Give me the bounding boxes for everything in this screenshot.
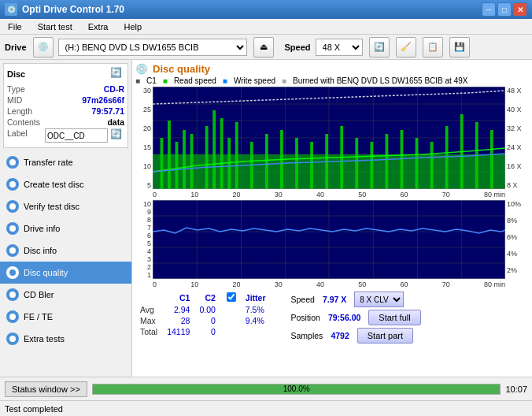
verify-test-disc-label: Verify test disc — [24, 202, 79, 211]
svg-rect-30 — [227, 138, 231, 189]
test-completed-text: Test completed — [5, 404, 63, 414]
sidebar-item-disc-info[interactable]: Disc info — [0, 240, 131, 262]
stats-table: C1 C2 Jitter Avg 2.94 0.00 7.5% Max 28 0 — [135, 292, 271, 337]
drive-select[interactable]: (H:) BENQ DVD LS DW1655 BCIB — [58, 39, 247, 56]
disc-quality-title: Disc quality — [153, 63, 210, 75]
drive-icon-button[interactable]: 💿 — [33, 37, 54, 58]
sidebar-item-fe-te[interactable]: FE / TE — [0, 306, 131, 328]
svg-rect-44 — [430, 142, 434, 189]
title-bar: 💿 Opti Drive Control 1.70 ─ □ ✕ — [0, 0, 532, 19]
extra-tests-label: Extra tests — [24, 334, 65, 344]
menu-extra[interactable]: Extra — [83, 21, 113, 32]
bottom-chart — [153, 200, 505, 279]
start-part-button[interactable]: Start part — [357, 328, 413, 344]
fe-te-label: FE / TE — [24, 312, 53, 321]
sidebar-item-extra-tests[interactable]: Extra tests — [0, 328, 131, 350]
label-refresh-icon[interactable]: 🔄 — [110, 128, 124, 143]
max-jitter: 9.4% — [241, 315, 271, 326]
avg-c1: 2.94 — [162, 304, 194, 315]
svg-rect-41 — [385, 134, 388, 189]
svg-rect-39 — [355, 138, 358, 189]
menu-file[interactable]: File — [3, 21, 27, 32]
c1-legend-label: C1 — [146, 76, 157, 85]
disc-info-icon — [6, 244, 19, 257]
verify-test-disc-icon — [6, 200, 19, 213]
close-button[interactable]: ✕ — [513, 2, 527, 17]
sidebar-item-cd-bler[interactable]: CD Bler — [0, 284, 131, 306]
write-speed-legend: Write speed — [234, 76, 275, 85]
svg-point-2 — [9, 203, 16, 210]
progress-text: 100.0% — [93, 384, 501, 394]
svg-point-0 — [9, 159, 16, 165]
avg-c2: 0.00 — [194, 304, 220, 315]
contents-label: Contents — [7, 117, 40, 127]
length-value: 79:57.71 — [92, 106, 124, 116]
sidebar: Disc 🔄 Type CD-R MID 97m26s66f Length 79… — [0, 60, 132, 377]
app-icon: 💿 — [5, 3, 17, 16]
samples-stat-label: Samples — [291, 331, 323, 340]
status-window-button[interactable]: Status window >> — [5, 381, 87, 397]
svg-rect-33 — [265, 134, 268, 189]
transfer-rate-label: Transfer rate — [24, 158, 73, 167]
svg-point-3 — [9, 225, 16, 232]
status-bar: Status window >> 100.0% 10:07 — [0, 377, 532, 400]
sidebar-item-verify-test-disc[interactable]: Verify test disc — [0, 195, 131, 217]
create-test-disc-label: Create test disc — [24, 180, 83, 189]
start-full-button[interactable]: Start full — [368, 310, 420, 325]
eject-button[interactable]: ⏏ — [253, 37, 274, 58]
menu-start-test[interactable]: Start test — [33, 21, 77, 32]
svg-rect-35 — [295, 138, 298, 189]
chart-legend: ■ C1 ■ Read speed ■ Write speed ■ Burned… — [135, 76, 529, 85]
disc-quality-icon — [6, 266, 19, 279]
svg-rect-24 — [175, 142, 179, 189]
total-label: Total — [135, 326, 162, 337]
position-stat-value: 79:56.00 — [328, 313, 360, 322]
disc-info-label: Disc info — [24, 246, 57, 255]
save-button[interactable]: 💾 — [449, 37, 470, 58]
sidebar-item-disc-quality[interactable]: Disc quality — [0, 262, 131, 284]
speed-select[interactable]: 48 X — [316, 39, 363, 56]
disc-panel-title: Disc — [7, 69, 25, 79]
svg-rect-45 — [445, 126, 449, 189]
mid-value: 97m26s66f — [82, 95, 124, 105]
sidebar-item-drive-info[interactable]: Drive info — [0, 217, 131, 240]
svg-point-1 — [9, 181, 16, 188]
refresh-drive-button[interactable]: 🔄 — [369, 37, 390, 58]
menu-help[interactable]: Help — [119, 21, 146, 32]
erase-button[interactable]: 🧹 — [396, 37, 416, 58]
svg-rect-28 — [212, 110, 216, 189]
jitter-checkbox[interactable] — [227, 292, 236, 302]
stats-area: C1 C2 Jitter Avg 2.94 0.00 7.5% Max 28 0 — [135, 292, 529, 344]
svg-rect-26 — [190, 134, 194, 189]
svg-rect-22 — [161, 138, 164, 189]
max-label: Max — [135, 315, 162, 326]
speed-clv-select[interactable]: 8 X CLV — [354, 292, 404, 307]
mid-label: MID — [7, 95, 22, 105]
max-c1: 28 — [162, 315, 194, 326]
svg-rect-48 — [490, 130, 493, 189]
extra-tests-icon — [6, 332, 19, 345]
position-stat-label: Position — [291, 313, 320, 322]
disc-refresh-icon[interactable]: 🔄 — [110, 67, 124, 81]
create-test-disc-icon — [6, 178, 19, 191]
cd-bler-label: CD Bler — [24, 290, 54, 299]
transfer-rate-icon — [6, 156, 19, 169]
copy-button[interactable]: 📋 — [423, 37, 443, 58]
sidebar-item-transfer-rate[interactable]: Transfer rate — [0, 151, 131, 173]
drive-bar: Drive 💿 (H:) BENQ DVD LS DW1655 BCIB ⏏ S… — [0, 35, 532, 60]
minimize-button[interactable]: ─ — [482, 2, 496, 17]
svg-point-4 — [9, 247, 16, 254]
samples-stat-value: 4792 — [331, 331, 349, 340]
maximize-button[interactable]: □ — [497, 2, 512, 17]
sidebar-item-create-test-disc[interactable]: Create test disc — [0, 173, 131, 195]
svg-rect-23 — [168, 121, 171, 189]
speed-stat-label: Speed — [291, 295, 315, 304]
svg-point-7 — [9, 314, 16, 320]
right-stats-panel: Speed 7.97 X 8 X CLV Position 79:56.00 S… — [291, 292, 421, 344]
drive-info-icon — [6, 222, 19, 235]
window-controls: ─ □ ✕ — [482, 2, 527, 17]
time-label: 10:07 — [505, 384, 527, 394]
label-input[interactable] — [45, 128, 108, 143]
svg-rect-31 — [235, 122, 238, 189]
type-value: CD-R — [104, 84, 124, 94]
